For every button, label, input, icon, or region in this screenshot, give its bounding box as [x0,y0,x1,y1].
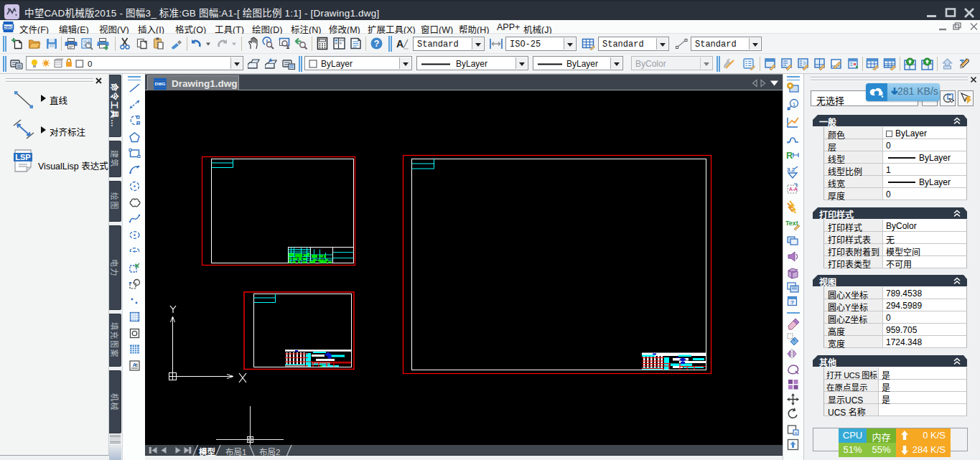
svg-text:Text: Text [785,220,798,227]
svg-text:1: 1 [793,101,796,108]
svg-text:DWG: DWG [155,81,166,86]
svg-text:LSP: LSP [15,153,30,161]
svg-text:DWG: DWG [4,25,14,29]
svg-text:?: ? [790,299,794,306]
svg-text:0: 0 [88,60,92,68]
svg-text:s: s [795,431,797,435]
svg-text:A: A [133,362,137,368]
svg-text:R: R [786,150,793,161]
svg-text:A: A [396,38,403,50]
svg-text:?: ? [374,39,380,49]
svg-text:3.2: 3.2 [787,166,795,173]
svg-text:A-A: A-A [789,187,798,192]
